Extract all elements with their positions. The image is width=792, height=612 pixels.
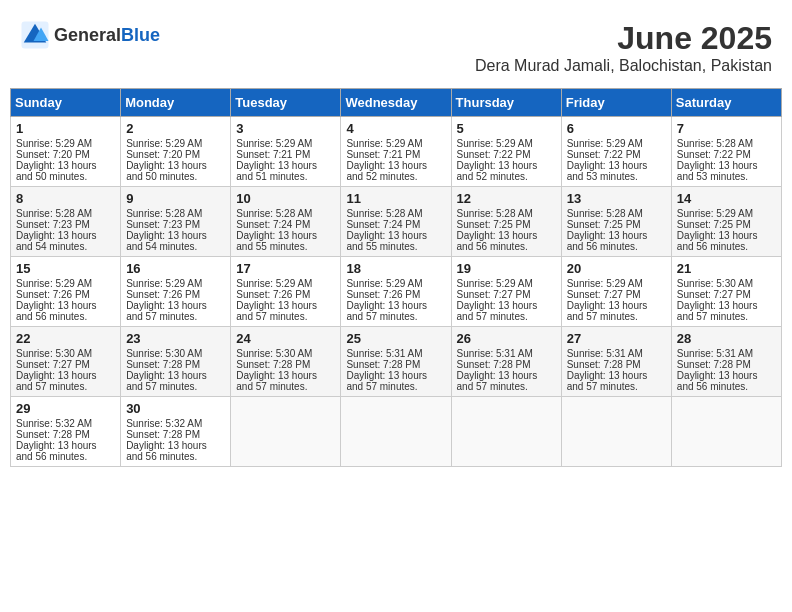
sunrise-label: Sunrise: 5:29 AM — [126, 278, 202, 289]
daylight-label: Daylight: 13 hours and 56 minutes. — [567, 230, 648, 252]
calendar-cell — [451, 397, 561, 467]
calendar-cell: 8 Sunrise: 5:28 AM Sunset: 7:23 PM Dayli… — [11, 187, 121, 257]
sunset-label: Sunset: 7:28 PM — [126, 429, 200, 440]
sunset-label: Sunset: 7:22 PM — [567, 149, 641, 160]
calendar-cell: 23 Sunrise: 5:30 AM Sunset: 7:28 PM Dayl… — [121, 327, 231, 397]
calendar-cell: 1 Sunrise: 5:29 AM Sunset: 7:20 PM Dayli… — [11, 117, 121, 187]
calendar-cell: 14 Sunrise: 5:29 AM Sunset: 7:25 PM Dayl… — [671, 187, 781, 257]
daylight-label: Daylight: 13 hours and 52 minutes. — [457, 160, 538, 182]
month-year-title: June 2025 — [475, 20, 772, 57]
sunset-label: Sunset: 7:23 PM — [126, 219, 200, 230]
calendar-week-row: 1 Sunrise: 5:29 AM Sunset: 7:20 PM Dayli… — [11, 117, 782, 187]
sunrise-label: Sunrise: 5:29 AM — [16, 138, 92, 149]
sunrise-label: Sunrise: 5:29 AM — [16, 278, 92, 289]
sunset-label: Sunset: 7:26 PM — [346, 289, 420, 300]
daylight-label: Daylight: 13 hours and 56 minutes. — [677, 370, 758, 392]
daylight-label: Daylight: 13 hours and 56 minutes. — [16, 300, 97, 322]
calendar-cell: 7 Sunrise: 5:28 AM Sunset: 7:22 PM Dayli… — [671, 117, 781, 187]
calendar-cell: 10 Sunrise: 5:28 AM Sunset: 7:24 PM Dayl… — [231, 187, 341, 257]
sunrise-label: Sunrise: 5:32 AM — [126, 418, 202, 429]
calendar-cell: 18 Sunrise: 5:29 AM Sunset: 7:26 PM Dayl… — [341, 257, 451, 327]
day-number: 4 — [346, 121, 445, 136]
calendar-cell: 2 Sunrise: 5:29 AM Sunset: 7:20 PM Dayli… — [121, 117, 231, 187]
title-section: June 2025 Dera Murad Jamali, Balochistan… — [475, 20, 772, 75]
calendar-cell: 30 Sunrise: 5:32 AM Sunset: 7:28 PM Dayl… — [121, 397, 231, 467]
sunrise-label: Sunrise: 5:29 AM — [346, 138, 422, 149]
sunset-label: Sunset: 7:28 PM — [457, 359, 531, 370]
calendar-week-row: 22 Sunrise: 5:30 AM Sunset: 7:27 PM Dayl… — [11, 327, 782, 397]
daylight-label: Daylight: 13 hours and 56 minutes. — [457, 230, 538, 252]
sunrise-label: Sunrise: 5:28 AM — [16, 208, 92, 219]
sunset-label: Sunset: 7:25 PM — [567, 219, 641, 230]
calendar-cell: 25 Sunrise: 5:31 AM Sunset: 7:28 PM Dayl… — [341, 327, 451, 397]
sunrise-label: Sunrise: 5:28 AM — [457, 208, 533, 219]
daylight-label: Daylight: 13 hours and 57 minutes. — [236, 300, 317, 322]
calendar-cell: 16 Sunrise: 5:29 AM Sunset: 7:26 PM Dayl… — [121, 257, 231, 327]
sunset-label: Sunset: 7:26 PM — [16, 289, 90, 300]
daylight-label: Daylight: 13 hours and 57 minutes. — [457, 300, 538, 322]
daylight-label: Daylight: 13 hours and 51 minutes. — [236, 160, 317, 182]
calendar-cell: 28 Sunrise: 5:31 AM Sunset: 7:28 PM Dayl… — [671, 327, 781, 397]
header-wednesday: Wednesday — [341, 89, 451, 117]
sunset-label: Sunset: 7:22 PM — [457, 149, 531, 160]
header-saturday: Saturday — [671, 89, 781, 117]
general-blue-icon — [20, 20, 50, 50]
daylight-label: Daylight: 13 hours and 57 minutes. — [567, 300, 648, 322]
daylight-label: Daylight: 13 hours and 53 minutes. — [567, 160, 648, 182]
day-number: 10 — [236, 191, 335, 206]
calendar-week-row: 29 Sunrise: 5:32 AM Sunset: 7:28 PM Dayl… — [11, 397, 782, 467]
calendar-cell: 15 Sunrise: 5:29 AM Sunset: 7:26 PM Dayl… — [11, 257, 121, 327]
day-number: 18 — [346, 261, 445, 276]
calendar-cell: 12 Sunrise: 5:28 AM Sunset: 7:25 PM Dayl… — [451, 187, 561, 257]
daylight-label: Daylight: 13 hours and 57 minutes. — [567, 370, 648, 392]
sunset-label: Sunset: 7:27 PM — [16, 359, 90, 370]
day-number: 12 — [457, 191, 556, 206]
sunset-label: Sunset: 7:27 PM — [567, 289, 641, 300]
sunset-label: Sunset: 7:28 PM — [16, 429, 90, 440]
daylight-label: Daylight: 13 hours and 57 minutes. — [126, 370, 207, 392]
sunrise-label: Sunrise: 5:30 AM — [126, 348, 202, 359]
sunset-label: Sunset: 7:28 PM — [236, 359, 310, 370]
daylight-label: Daylight: 13 hours and 56 minutes. — [126, 440, 207, 462]
sunrise-label: Sunrise: 5:29 AM — [236, 278, 312, 289]
page-header: GeneralBlue June 2025 Dera Murad Jamali,… — [10, 10, 782, 80]
sunset-label: Sunset: 7:20 PM — [16, 149, 90, 160]
sunset-label: Sunset: 7:27 PM — [677, 289, 751, 300]
calendar-week-row: 15 Sunrise: 5:29 AM Sunset: 7:26 PM Dayl… — [11, 257, 782, 327]
sunrise-label: Sunrise: 5:28 AM — [126, 208, 202, 219]
day-number: 29 — [16, 401, 115, 416]
day-number: 19 — [457, 261, 556, 276]
sunset-label: Sunset: 7:21 PM — [236, 149, 310, 160]
daylight-label: Daylight: 13 hours and 57 minutes. — [346, 370, 427, 392]
day-number: 21 — [677, 261, 776, 276]
calendar-cell: 19 Sunrise: 5:29 AM Sunset: 7:27 PM Dayl… — [451, 257, 561, 327]
calendar-cell — [231, 397, 341, 467]
sunrise-label: Sunrise: 5:28 AM — [677, 138, 753, 149]
sunset-label: Sunset: 7:28 PM — [677, 359, 751, 370]
calendar-cell: 4 Sunrise: 5:29 AM Sunset: 7:21 PM Dayli… — [341, 117, 451, 187]
sunrise-label: Sunrise: 5:31 AM — [677, 348, 753, 359]
calendar-cell: 22 Sunrise: 5:30 AM Sunset: 7:27 PM Dayl… — [11, 327, 121, 397]
sunrise-label: Sunrise: 5:30 AM — [677, 278, 753, 289]
sunrise-label: Sunrise: 5:31 AM — [567, 348, 643, 359]
daylight-label: Daylight: 13 hours and 50 minutes. — [126, 160, 207, 182]
header-tuesday: Tuesday — [231, 89, 341, 117]
calendar-header-row: Sunday Monday Tuesday Wednesday Thursday… — [11, 89, 782, 117]
header-sunday: Sunday — [11, 89, 121, 117]
day-number: 8 — [16, 191, 115, 206]
sunset-label: Sunset: 7:28 PM — [346, 359, 420, 370]
sunrise-label: Sunrise: 5:29 AM — [236, 138, 312, 149]
sunrise-label: Sunrise: 5:29 AM — [126, 138, 202, 149]
day-number: 6 — [567, 121, 666, 136]
calendar-cell: 5 Sunrise: 5:29 AM Sunset: 7:22 PM Dayli… — [451, 117, 561, 187]
day-number: 2 — [126, 121, 225, 136]
calendar-cell: 11 Sunrise: 5:28 AM Sunset: 7:24 PM Dayl… — [341, 187, 451, 257]
calendar-week-row: 8 Sunrise: 5:28 AM Sunset: 7:23 PM Dayli… — [11, 187, 782, 257]
day-number: 22 — [16, 331, 115, 346]
daylight-label: Daylight: 13 hours and 57 minutes. — [677, 300, 758, 322]
calendar-cell: 3 Sunrise: 5:29 AM Sunset: 7:21 PM Dayli… — [231, 117, 341, 187]
sunrise-label: Sunrise: 5:29 AM — [346, 278, 422, 289]
calendar-cell: 20 Sunrise: 5:29 AM Sunset: 7:27 PM Dayl… — [561, 257, 671, 327]
calendar-cell: 13 Sunrise: 5:28 AM Sunset: 7:25 PM Dayl… — [561, 187, 671, 257]
sunrise-label: Sunrise: 5:30 AM — [16, 348, 92, 359]
